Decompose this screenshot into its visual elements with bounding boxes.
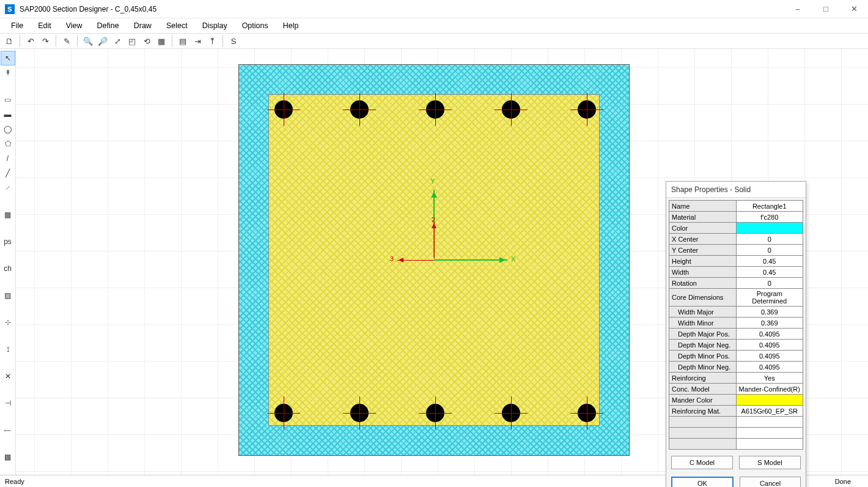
tool-pointer[interactable]: ↖ [1,51,15,65]
menu-define[interactable]: Define [91,20,125,31]
new-icon[interactable]: 🗋 [2,34,16,48]
prop-value[interactable]: 0.4095 [736,362,803,373]
prop-key: Width Major [669,307,737,318]
axis-3-red [397,260,434,261]
tool-snap2[interactable]: ⟟ [1,343,15,356]
c-model-button[interactable]: C Model [671,456,733,469]
prop-value[interactable]: 0.369 [736,318,803,329]
rebar[interactable] [502,100,520,119]
shape-properties-dialog[interactable]: Shape Properties - Solid NameRectangle1M… [666,181,806,487]
ok-button[interactable]: OK [671,477,734,487]
grid-icon[interactable]: ▤ [176,34,189,48]
style-icon[interactable]: S [227,34,240,48]
menu-file[interactable]: File [5,20,29,31]
axis-x-label: X [511,255,515,262]
prop-value[interactable]: f'c280 [736,212,803,223]
menu-view[interactable]: View [60,20,89,31]
axis-x-icon[interactable]: ⇥ [191,34,204,48]
prop-key: Mander Color [669,395,737,406]
prop-value[interactable]: 0.4095 [736,340,803,351]
dialog-title: Shape Properties - Solid [666,182,806,198]
tool-rect[interactable]: ▭ [1,93,15,106]
prop-key: Core Dimensions [669,289,737,307]
properties-table: NameRectangle1Materialf'c280Color X Cent… [669,200,803,450]
rebar[interactable] [502,404,520,422]
prop-value[interactable]: 0 [736,278,803,289]
status-ready: Ready [5,478,24,485]
prop-color-swatch[interactable] [736,223,803,234]
rebar[interactable] [274,100,293,119]
zoom-window-icon[interactable]: ◰ [125,34,139,48]
zoom-in-icon[interactable]: 🔍 [81,34,95,48]
status-done[interactable]: Done [835,478,851,485]
menu-options[interactable]: Options [236,20,274,31]
rebar[interactable] [426,100,444,119]
prop-value[interactable]: A615Gr60_EP_SR [736,406,803,417]
s-model-button[interactable]: S Model [739,456,801,469]
cancel-button[interactable]: Cancel [740,477,801,487]
redo-icon[interactable]: ↷ [39,34,52,48]
pen-icon[interactable]: ✎ [60,34,73,48]
prop-color-swatch[interactable] [736,395,803,406]
tool-snap5[interactable]: ⟝ [1,423,15,437]
axis-y-icon[interactable]: ⤒ [205,34,219,48]
prop-value[interactable]: 0.4095 [736,351,803,362]
minimize-button[interactable]: – [784,0,812,18]
menu-help[interactable]: Help [277,20,305,31]
prop-key: Conc. Model [669,384,737,395]
prop-value[interactable]: Mander-Confined(R) [736,384,803,395]
menu-edit[interactable]: Edit [32,20,57,31]
prop-key: Depth Minor Neg. [669,362,737,373]
prop-key: Material [669,212,737,223]
tool-rect-solid[interactable]: ▬ [1,108,15,121]
axis-2-red [434,222,435,259]
section-outer[interactable]: Y X 2 3 [238,64,630,456]
tool-snap4[interactable]: ⊣ [1,396,15,410]
section-core[interactable]: Y X 2 3 [268,94,600,426]
prop-value[interactable]: 0.4095 [736,329,803,340]
tool-circle[interactable]: ◯ [1,122,15,136]
tool-snap1[interactable]: ⊹ [1,316,15,329]
rebar[interactable] [426,404,444,422]
tool-poly[interactable]: ⬠ [1,137,15,151]
prop-value[interactable]: Rectangle1 [736,201,803,212]
tool-line[interactable]: / [1,152,15,165]
canvas[interactable]: Y X 2 3 Shape Properties - Solid NameRec… [16,49,868,475]
window-title: SAP2000 Section Designer - C_0,45x0,45 [20,5,156,13]
rebar[interactable] [578,100,596,119]
toolbar: 🗋↶↷✎🔍🔎⤢◰⟲▦▤⇥⤒S [0,33,868,49]
tool-snap3[interactable]: ✕ [1,370,15,383]
tool-ch[interactable]: ch [1,262,15,275]
tool-line2[interactable]: ╱ [1,166,15,180]
prop-value[interactable]: Yes [736,373,803,384]
menu-select[interactable]: Select [160,20,194,31]
tool-snap6[interactable]: ▩ [1,450,15,464]
axis-x-green [434,259,507,261]
menu-draw[interactable]: Draw [128,20,158,31]
undo-icon[interactable]: ↶ [24,34,37,48]
rebar[interactable] [350,100,369,119]
rebar[interactable] [350,404,369,422]
prop-value[interactable]: Program Determined [736,289,803,307]
tool-ps2[interactable]: ps [1,235,15,248]
zoom-full-icon[interactable]: ⤢ [111,34,124,48]
rebar[interactable] [274,404,293,422]
prop-value[interactable]: 0 [736,245,803,256]
tool-rebar[interactable]: ⟋ [1,181,15,195]
prop-value[interactable]: 0.369 [736,307,803,318]
tool-hatch[interactable]: ▨ [1,289,15,302]
zoom-prev-icon[interactable]: ⟲ [140,34,153,48]
close-button[interactable]: ✕ [840,0,868,18]
rebar[interactable] [578,404,596,422]
prop-key: Name [669,201,737,212]
prop-value[interactable]: 0.45 [736,256,803,267]
menu-display[interactable]: Display [196,20,234,31]
zoom-out-icon[interactable]: 🔎 [96,34,109,48]
tool-reshape[interactable]: ↟ [1,66,15,80]
maximize-button[interactable]: □ [812,0,840,18]
prop-value[interactable]: 0.45 [736,267,803,278]
prop-value[interactable]: 0 [736,234,803,245]
prop-key: Width [669,267,737,278]
refresh-icon[interactable]: ▦ [155,34,168,48]
tool-ps-label[interactable]: ▦ [1,208,15,221]
